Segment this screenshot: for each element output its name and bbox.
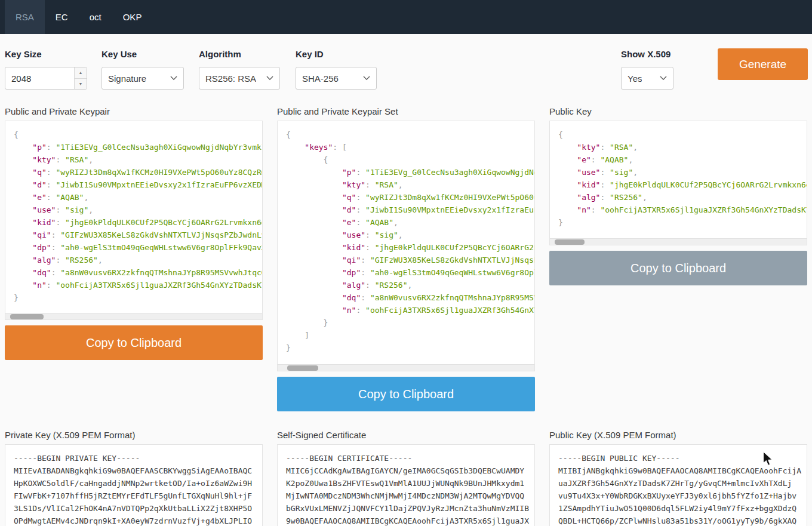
show-x509-group: Show X.509 Yes [621,49,673,90]
copy-keypair-set-button[interactable]: Copy to Clipboard [277,377,535,411]
key-size-wrap: ▲▼ [5,67,87,90]
key-id-label: Key ID [296,49,377,59]
keypair-set-section: Public and Private Keypair Set { "keys":… [277,101,535,425]
private-pem-section: Private Key (X.509 PEM Format) -----BEGI… [5,425,263,526]
copy-keypair-button[interactable]: Copy to Clipboard [5,325,263,360]
certificate-code-box[interactable]: -----BEGIN CERTIFICATE----- MIIC6jCCAdKg… [277,444,535,526]
keypair-set-section-title: Public and Private Keypair Set [277,106,535,116]
public-key-section-title: Public Key [549,106,807,116]
chevron-down-icon [266,76,273,81]
key-use-value: Signature [108,73,146,84]
key-id-value: SHA-256 [302,73,339,84]
public-key-section: Public Key { "kty": "RSA", "e": "AQAB", … [549,101,807,425]
jwk-generator-page: RSA EC oct OKP Key Size ▲▼ Key Use Signa… [0,0,812,526]
public-key-json-code: { "kty": "RSA", "e": "AQAB", "use": "sig… [550,121,807,229]
key-id-group: Key ID SHA-256 [296,49,377,90]
algorithm-select[interactable]: RS256: RSA [199,67,280,90]
keypair-section-title: Public and Private Keypair [5,106,263,116]
keypair-json-code: { "p": "1TiE3EVg_G0lCecNsu3agh0XiGqwowNg… [5,121,262,304]
tab-okp[interactable]: OKP [112,0,153,34]
key-use-select[interactable]: Signature [102,67,184,90]
horizontal-scrollbar[interactable] [550,238,807,245]
show-x509-label: Show X.509 [621,49,673,59]
private-pem-code-box[interactable]: -----BEGIN PRIVATE KEY----- MIIEvAIBADAN… [5,444,263,526]
stepper-down-icon[interactable]: ▼ [75,79,87,90]
generator-form: Key Size ▲▼ Key Use Signature Algorithm … [0,34,812,101]
results-grid: Public and Private Keypair { "p": "1TiE3… [5,101,807,526]
show-x509-value: Yes [628,73,642,84]
key-use-group: Key Use Signature [102,49,184,90]
key-size-stepper[interactable]: ▲▼ [74,67,87,89]
key-size-label: Key Size [5,49,87,59]
private-pem-section-title: Private Key (X.509 PEM Format) [5,430,263,440]
public-pem-section-title: Public Key (X.509 PEM Format) [549,430,807,440]
algorithm-label: Algorithm [199,49,280,59]
scrollbar-thumb[interactable] [287,365,318,371]
certificate-section-title: Self-Signed Certificate [277,430,535,440]
chevron-down-icon [170,76,177,81]
chevron-down-icon [363,76,370,81]
algorithm-value: RS256: RSA [205,73,256,84]
horizontal-scrollbar[interactable] [278,364,534,371]
generate-button[interactable]: Generate [718,48,808,80]
horizontal-scrollbar[interactable] [5,313,262,319]
tab-oct[interactable]: oct [79,0,112,34]
key-use-label: Key Use [102,49,184,59]
scrollbar-thumb[interactable] [10,314,44,319]
scrollbar-thumb[interactable] [555,239,585,245]
tab-rsa[interactable]: RSA [5,0,45,34]
keypair-code-box[interactable]: { "p": "1TiE3EVg_G0lCecNsu3agh0XiGqwowNg… [5,121,263,320]
keypair-section: Public and Private Keypair { "p": "1TiE3… [5,101,263,425]
key-size-group: Key Size ▲▼ [5,49,87,90]
show-x509-select[interactable]: Yes [621,67,673,90]
private-pem-code: -----BEGIN PRIVATE KEY----- MIIEvAIBADAN… [5,445,262,526]
copy-public-key-button[interactable]: Copy to Clipboard [549,251,807,285]
keypair-set-code-box[interactable]: { "keys": [ { "p": "1TiE3EVg_G0lCecNsu3a… [277,121,535,371]
stepper-up-icon[interactable]: ▲ [75,67,87,79]
chevron-down-icon [660,76,667,81]
keypair-set-json-code: { "keys": [ { "p": "1TiE3EVg_G0lCecNsu3a… [278,121,534,354]
algorithm-group: Algorithm RS256: RSA [199,49,280,90]
public-pem-section: Public Key (X.509 PEM Format) -----BEGIN… [549,425,807,526]
certificate-code: -----BEGIN CERTIFICATE----- MIIC6jCCAdKg… [278,445,534,526]
key-id-select[interactable]: SHA-256 [296,67,377,90]
public-pem-code: -----BEGIN PUBLIC KEY----- MIIBIjANBgkqh… [550,445,807,526]
public-key-code-box[interactable]: { "kty": "RSA", "e": "AQAB", "use": "sig… [549,121,807,245]
tab-ec[interactable]: EC [45,0,79,34]
public-pem-code-box[interactable]: -----BEGIN PUBLIC KEY----- MIIBIjANBgkqh… [549,444,807,526]
top-navbar: RSA EC oct OKP [0,0,812,34]
certificate-section: Self-Signed Certificate -----BEGIN CERTI… [277,425,535,526]
